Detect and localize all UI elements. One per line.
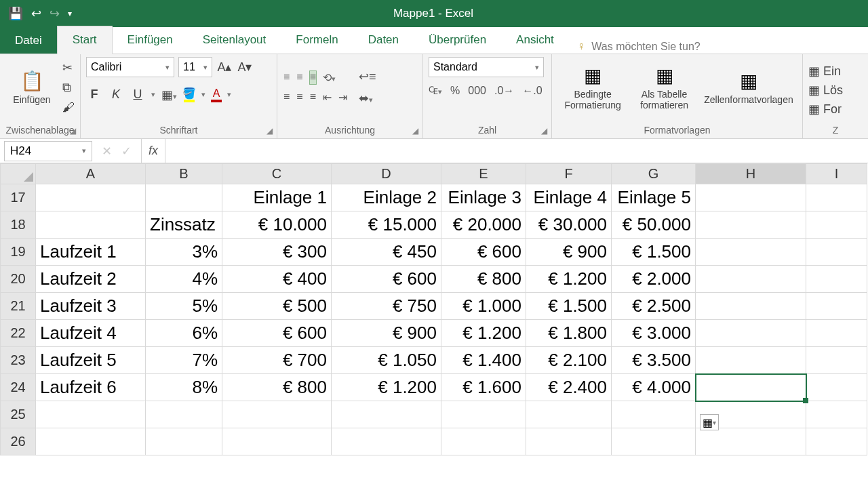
autofill-options-icon[interactable]: ▦▾ (700, 414, 719, 430)
cell-E26[interactable] (441, 428, 526, 455)
align-right-icon[interactable]: ≡ (309, 90, 317, 104)
col-header-C[interactable]: C (222, 164, 332, 184)
cell-F23[interactable]: € 2.100 (526, 347, 612, 374)
row-header-17[interactable]: 17 (1, 184, 36, 211)
cell-H19[interactable] (696, 239, 806, 266)
cell-C19[interactable]: € 300 (222, 239, 332, 266)
redo-icon[interactable]: ↪ (50, 6, 60, 21)
cell-F26[interactable] (526, 428, 612, 455)
row-header-24[interactable]: 24 (1, 374, 36, 401)
cell-F20[interactable]: € 1.200 (526, 266, 612, 293)
cell-D19[interactable]: € 450 (332, 239, 441, 266)
worksheet-grid[interactable]: A B C D E F G H I 17Einlage 1Einlage 2Ei… (0, 163, 868, 455)
cell-I22[interactable] (806, 320, 867, 347)
cell-I25[interactable] (806, 401, 867, 428)
cell-E23[interactable]: € 1.400 (441, 347, 526, 374)
increase-font-icon[interactable]: A▴ (216, 60, 233, 75)
cell-H17[interactable] (696, 184, 806, 211)
cell-H23[interactable] (696, 347, 806, 374)
chevron-down-icon[interactable]: ▾ (151, 90, 155, 99)
orientation-icon[interactable]: ⟲▾ (322, 70, 336, 85)
font-size-dropdown[interactable]: 11▾ (178, 57, 212, 77)
cell-H20[interactable] (696, 266, 806, 293)
cell-B21[interactable]: 5% (146, 293, 222, 320)
cell-I21[interactable] (806, 293, 867, 320)
cell-D18[interactable]: € 15.000 (332, 211, 441, 239)
cell-B24[interactable]: 8% (146, 374, 222, 401)
accounting-format-icon[interactable]: ₠▾ (429, 84, 442, 97)
underline-button[interactable]: U (130, 87, 146, 102)
insert-cells-button[interactable]: ▦ Ein (808, 64, 841, 79)
col-header-A[interactable]: A (36, 164, 146, 184)
cell-E20[interactable]: € 800 (441, 266, 526, 293)
col-header-G[interactable]: G (612, 164, 696, 184)
bold-button[interactable]: F (86, 87, 102, 102)
launcher-icon[interactable]: ◢ (267, 126, 273, 136)
tab-insert[interactable]: Einfügen (113, 26, 188, 54)
cell-A19[interactable]: Laufzeit 1 (36, 239, 146, 266)
conditional-formatting-button[interactable]: ▦ Bedingte Formatierung (557, 57, 628, 118)
fill-color-button[interactable]: 🪣 (182, 87, 196, 102)
col-header-F[interactable]: F (526, 164, 612, 184)
cell-H24[interactable] (696, 374, 806, 401)
cell-A24[interactable]: Laufzeit 6 (36, 374, 146, 401)
cell-E24[interactable]: € 1.600 (441, 374, 526, 401)
cell-D23[interactable]: € 1.050 (332, 347, 441, 374)
format-as-table-button[interactable]: ▦ Als Tabelle formatieren (632, 57, 696, 118)
select-all-corner[interactable] (1, 164, 36, 184)
cell-F17[interactable]: Einlage 4 (526, 184, 612, 211)
name-box[interactable]: H24 ▾ (4, 141, 92, 161)
cell-D25[interactable] (332, 401, 441, 428)
indent-decrease-icon[interactable]: ⇤ (322, 90, 332, 104)
fx-icon[interactable]: fx (142, 139, 165, 163)
cell-G26[interactable] (612, 428, 696, 455)
tab-start[interactable]: Start (57, 26, 113, 54)
launcher-icon[interactable]: ◢ (541, 126, 547, 136)
font-color-button[interactable]: A (211, 87, 222, 102)
cell-A22[interactable]: Laufzeit 4 (36, 320, 146, 347)
paste-button[interactable]: 📋 Einfügen (5, 57, 58, 118)
chevron-down-icon[interactable]: ▾ (227, 90, 231, 99)
row-header-26[interactable]: 26 (1, 428, 36, 455)
tab-data[interactable]: Daten (353, 26, 414, 54)
formula-input[interactable] (165, 139, 868, 163)
cell-C20[interactable]: € 400 (222, 266, 332, 293)
cell-D20[interactable]: € 600 (332, 266, 441, 293)
cell-B22[interactable]: 6% (146, 320, 222, 347)
launcher-icon[interactable]: ◢ (412, 126, 418, 136)
cell-G22[interactable]: € 3.000 (612, 320, 696, 347)
cell-D24[interactable]: € 1.200 (332, 374, 441, 401)
cell-D21[interactable]: € 750 (332, 293, 441, 320)
cell-E19[interactable]: € 600 (441, 239, 526, 266)
cell-H26[interactable] (696, 428, 806, 455)
italic-button[interactable]: K (108, 87, 124, 102)
cell-G17[interactable]: Einlage 5 (612, 184, 696, 211)
wrap-text-icon[interactable]: ↩≡ (359, 69, 376, 84)
cell-F22[interactable]: € 1.800 (526, 320, 612, 347)
cell-A21[interactable]: Laufzeit 3 (36, 293, 146, 320)
merge-center-icon[interactable]: ⬌▾ (359, 91, 376, 106)
align-top-icon[interactable]: ≡ (283, 70, 290, 85)
cell-I23[interactable] (806, 347, 867, 374)
col-header-H[interactable]: H (696, 164, 806, 184)
row-header-22[interactable]: 22 (1, 320, 36, 347)
fill-handle[interactable] (803, 398, 808, 403)
cell-E18[interactable]: € 20.000 (441, 211, 526, 239)
tell-me-search[interactable]: ♀ Was möchten Sie tun? (569, 39, 709, 54)
cell-B17[interactable] (146, 184, 222, 211)
copy-icon[interactable]: ⧉ (62, 81, 75, 95)
cell-A25[interactable] (36, 401, 146, 428)
cell-G24[interactable]: € 4.000 (612, 374, 696, 401)
cell-F24[interactable]: € 2.400 (526, 374, 612, 401)
col-header-B[interactable]: B (146, 164, 222, 184)
save-icon[interactable]: 💾 (8, 6, 23, 21)
format-cells-button[interactable]: ▦ For (808, 102, 842, 117)
cell-C23[interactable]: € 700 (222, 347, 332, 374)
tab-file[interactable]: Datei (0, 27, 57, 54)
cell-F21[interactable]: € 1.500 (526, 293, 612, 320)
row-header-21[interactable]: 21 (1, 293, 36, 320)
delete-cells-button[interactable]: ▦ Lös (808, 83, 843, 98)
cell-I20[interactable] (806, 266, 867, 293)
cell-I18[interactable] (806, 211, 867, 239)
decrease-font-icon[interactable]: A▾ (237, 60, 253, 75)
